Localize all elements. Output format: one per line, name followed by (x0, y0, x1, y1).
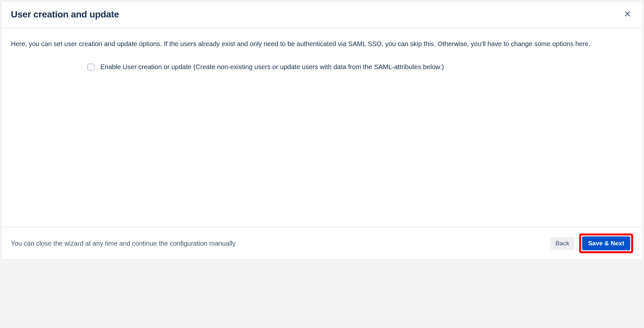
save-next-button[interactable]: Save & Next (582, 236, 630, 250)
description-text: Here, you can set user creation and upda… (11, 39, 633, 49)
enable-user-creation-checkbox[interactable] (87, 64, 94, 71)
dialog-body: Here, you can set user creation and upda… (2, 28, 642, 227)
enable-user-creation-label[interactable]: Enable User creation or update (Create n… (100, 63, 444, 71)
footer-hint-text: You can close the wizard at any time and… (11, 240, 236, 247)
wizard-dialog: User creation and update Here, you can s… (1, 1, 643, 260)
back-button[interactable]: Back (550, 237, 575, 250)
dialog-title: User creation and update (11, 9, 119, 20)
dialog-footer: You can close the wizard at any time and… (2, 227, 642, 259)
footer-buttons: Back Save & Next (550, 233, 633, 253)
close-button[interactable] (622, 8, 633, 20)
highlight-annotation: Save & Next (579, 233, 633, 253)
close-icon (624, 10, 631, 18)
enable-user-creation-row: Enable User creation or update (Create n… (11, 63, 633, 71)
dialog-header: User creation and update (2, 2, 642, 28)
